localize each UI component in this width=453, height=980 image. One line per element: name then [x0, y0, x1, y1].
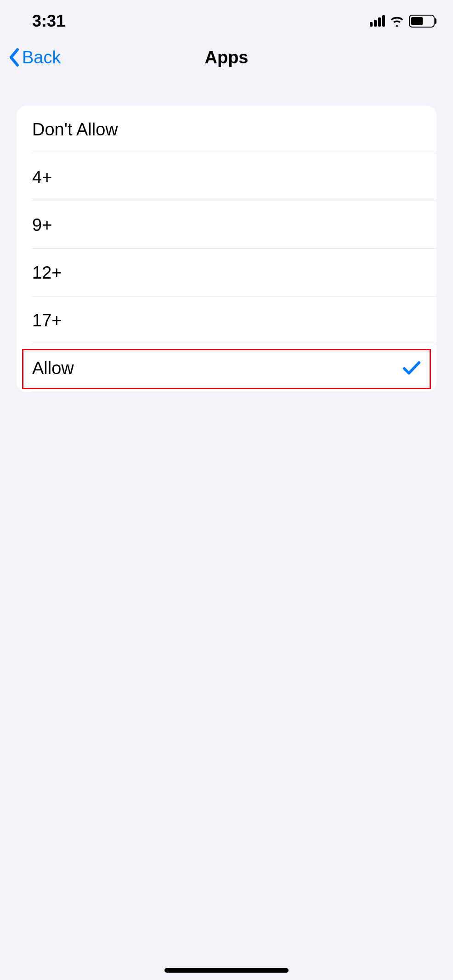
option-label: 9+	[32, 215, 52, 235]
option-label: 4+	[32, 168, 52, 187]
nav-bar: Back Apps	[0, 37, 453, 78]
settings-group: Don't Allow 4+ 9+ 12+ 17+ Allow	[17, 106, 436, 392]
option-label: 12+	[32, 263, 62, 283]
back-label: Back	[22, 48, 61, 67]
status-bar: 3:31	[0, 0, 453, 32]
option-label: Don't Allow	[32, 120, 118, 140]
checkmark-icon	[402, 360, 421, 376]
option-9plus[interactable]: 9+	[17, 201, 436, 249]
cellular-icon	[370, 16, 385, 27]
page-title: Apps	[0, 48, 453, 67]
option-label: Allow	[32, 358, 74, 378]
option-4plus[interactable]: 4+	[17, 153, 436, 201]
status-icons	[370, 15, 435, 28]
wifi-icon	[390, 16, 404, 27]
home-indicator	[164, 968, 289, 973]
option-dont-allow[interactable]: Don't Allow	[17, 106, 436, 153]
option-12plus[interactable]: 12+	[17, 249, 436, 297]
chevron-left-icon	[8, 48, 20, 67]
back-button[interactable]: Back	[8, 48, 61, 67]
option-allow[interactable]: Allow	[17, 344, 436, 392]
option-17plus[interactable]: 17+	[17, 297, 436, 344]
option-label: 17+	[32, 311, 62, 330]
battery-icon	[409, 15, 435, 28]
status-time: 3:31	[32, 11, 65, 31]
